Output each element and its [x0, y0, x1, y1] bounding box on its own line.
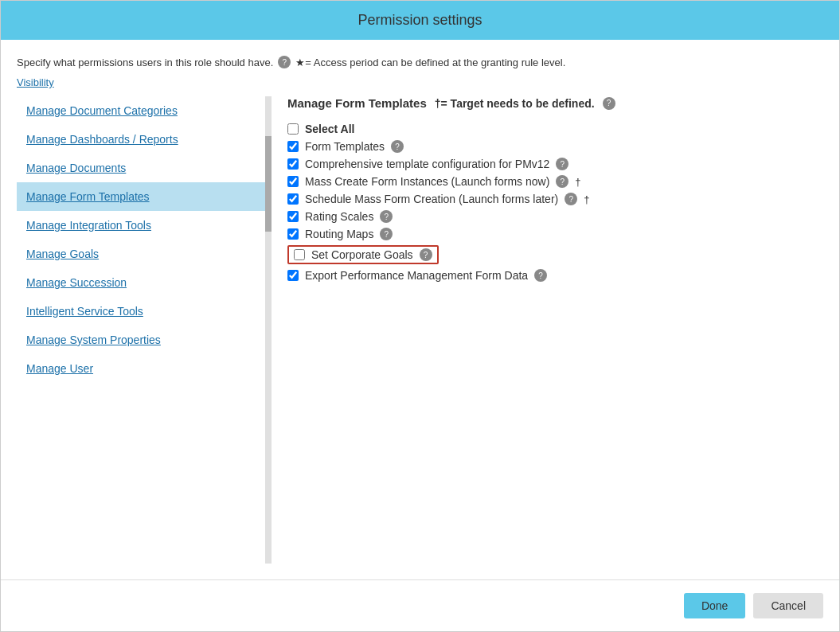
star-note-text: ★= Access period can be defined at the g…	[295, 57, 565, 68]
sidebar-item-manage-user[interactable]: Manage User	[17, 354, 272, 383]
perm-info-icon-schedule-mass-form[interactable]: ?	[565, 193, 577, 205]
perm-info-icon-form-templates[interactable]: ?	[391, 140, 404, 153]
sidebar-scrollbar[interactable]	[265, 96, 272, 564]
sidebar-item-manage-documents[interactable]: Manage Documents	[17, 154, 272, 182]
checkbox-set-corporate-goals[interactable]	[294, 249, 305, 260]
perm-item-mass-create-form: Mass Create Form Instances (Launch forms…	[287, 175, 807, 188]
description-info-icon[interactable]: ?	[278, 56, 291, 68]
perm-item-rating-scales: Rating Scales?	[287, 210, 807, 223]
perm-item-comprehensive-template: Comprehensive template configuration for…	[287, 158, 807, 170]
main-content: Manage Form Templates †= Target needs to…	[272, 96, 823, 564]
perm-item-schedule-mass-form: Schedule Mass Form Creation (Launch form…	[287, 193, 807, 205]
permission-settings-dialog: Permission settings Specify what permiss…	[0, 0, 840, 632]
perm-info-icon-mass-create-form[interactable]: ?	[556, 175, 568, 188]
perm-dagger-mass-create-form: †	[575, 176, 580, 188]
info-row: Specify what permissions users in this r…	[17, 56, 823, 68]
perm-info-icon-comprehensive-template[interactable]: ?	[556, 158, 568, 170]
perm-dagger-schedule-mass-form: †	[584, 193, 589, 205]
checkbox-comprehensive-template[interactable]	[287, 158, 299, 170]
section-title: Manage Form Templates	[287, 96, 427, 110]
sidebar-item-manage-integration-tools[interactable]: Manage Integration Tools	[17, 211, 272, 240]
checkbox-routing-maps[interactable]	[287, 228, 299, 240]
sidebar: Manage Document CategoriesManage Dashboa…	[17, 96, 272, 564]
perm-info-icon-set-corporate-goals[interactable]: ?	[420, 248, 432, 261]
perm-info-icon-rating-scales[interactable]: ?	[380, 210, 393, 223]
checkbox-rating-scales[interactable]	[287, 211, 299, 222]
perm-item-routing-maps: Routing Maps?	[287, 228, 807, 240]
perm-label-set-corporate-goals: Set Corporate Goals	[311, 248, 413, 261]
description-text: Specify what permissions users in this r…	[17, 57, 273, 68]
permissions-list: Select AllForm Templates?Comprehensive t…	[287, 123, 807, 282]
checkbox-export-performance[interactable]	[287, 270, 299, 281]
dialog-header: Permission settings	[1, 1, 839, 40]
perm-label-form-templates: Form Templates	[305, 140, 385, 153]
perm-label-export-performance: Export Performance Management Form Data	[305, 269, 528, 282]
done-button[interactable]: Done	[684, 593, 745, 618]
target-note: †= Target needs to be defined.	[435, 97, 595, 110]
perm-label-comprehensive-template: Comprehensive template configuration for…	[305, 158, 549, 170]
checkbox-schedule-mass-form[interactable]	[287, 193, 299, 205]
checkbox-mass-create-form[interactable]	[287, 176, 299, 187]
cancel-button[interactable]: Cancel	[753, 593, 823, 618]
perm-label-select-all: Select All	[305, 123, 355, 135]
perm-label-schedule-mass-form: Schedule Mass Form Creation (Launch form…	[305, 193, 558, 205]
perm-item-set-corporate-goals: Set Corporate Goals?	[287, 245, 807, 264]
sidebar-item-manage-document-categories[interactable]: Manage Document Categories	[17, 96, 272, 125]
sidebar-scrollbar-thumb[interactable]	[265, 136, 272, 232]
sidebar-item-manage-dashboards-reports[interactable]: Manage Dashboards / Reports	[17, 125, 272, 154]
perm-item-form-templates: Form Templates?	[287, 140, 807, 153]
perm-label-mass-create-form: Mass Create Form Instances (Launch forms…	[305, 175, 549, 188]
visibility-link[interactable]: Visibility	[17, 76, 823, 88]
sidebar-item-manage-system-properties[interactable]: Manage System Properties	[17, 326, 272, 354]
perm-label-routing-maps: Routing Maps	[305, 228, 373, 240]
checkbox-form-templates[interactable]	[287, 141, 299, 152]
perm-label-rating-scales: Rating Scales	[305, 210, 373, 223]
sidebar-item-manage-goals[interactable]: Manage Goals	[17, 240, 272, 268]
checkbox-select-all[interactable]	[287, 123, 299, 135]
dialog-title: Permission settings	[357, 12, 482, 28]
sidebar-item-manage-succession[interactable]: Manage Succession	[17, 268, 272, 297]
perm-item-select-all: Select All	[287, 123, 807, 135]
perm-info-icon-routing-maps[interactable]: ?	[380, 228, 393, 240]
content-area: Manage Document CategoriesManage Dashboa…	[17, 96, 823, 564]
sidebar-item-intelligent-service-tools[interactable]: Intelligent Service Tools	[17, 297, 272, 326]
section-header: Manage Form Templates †= Target needs to…	[287, 96, 807, 110]
target-note-info-icon[interactable]: ?	[603, 97, 615, 110]
dialog-footer: Done Cancel	[1, 579, 839, 631]
perm-item-export-performance: Export Performance Management Form Data?	[287, 269, 807, 282]
dialog-body: Specify what permissions users in this r…	[1, 40, 839, 579]
perm-info-icon-export-performance[interactable]: ?	[534, 269, 547, 282]
sidebar-item-manage-form-templates[interactable]: Manage Form Templates	[17, 182, 272, 211]
